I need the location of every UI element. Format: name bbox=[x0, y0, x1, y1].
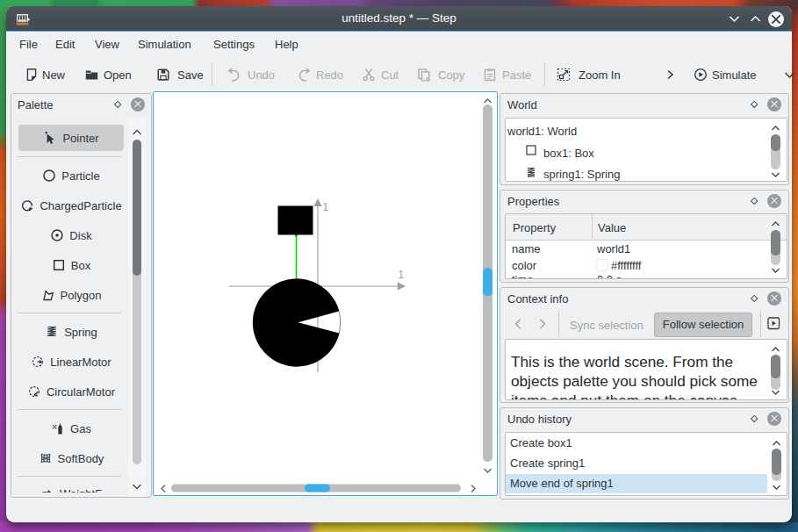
svg-text:1: 1 bbox=[399, 269, 405, 281]
svg-text:1: 1 bbox=[323, 201, 329, 213]
